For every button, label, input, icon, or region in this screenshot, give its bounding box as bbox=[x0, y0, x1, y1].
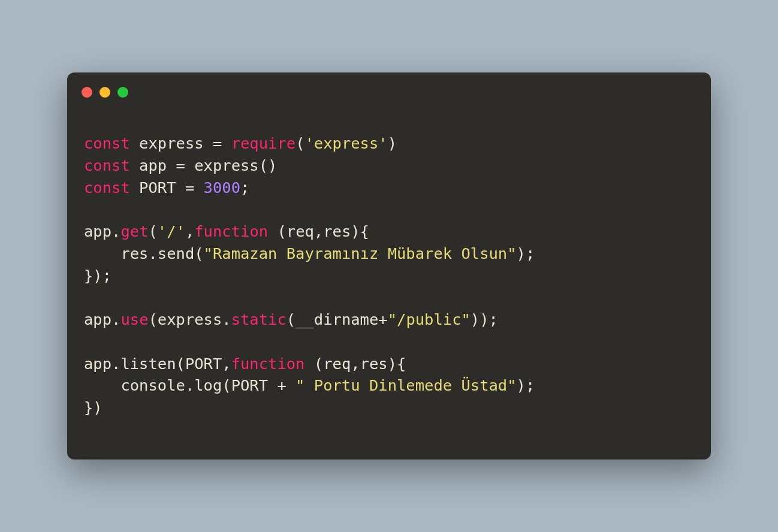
string-literal: 'express' bbox=[304, 134, 387, 152]
window-titlebar bbox=[67, 72, 711, 98]
code-text: (express. bbox=[148, 310, 231, 328]
keyword-const: const bbox=[84, 156, 130, 174]
function-require: require bbox=[222, 134, 295, 152]
string-literal: "/public" bbox=[388, 310, 471, 328]
code-text: = bbox=[213, 134, 222, 152]
method-use: use bbox=[120, 310, 148, 328]
code-text: express bbox=[130, 134, 213, 152]
string-literal: " Portu Dinlemede Üstad" bbox=[295, 376, 516, 394]
code-text: (req,res){ bbox=[268, 222, 369, 240]
code-text: ); bbox=[517, 376, 535, 394]
code-text: ( bbox=[148, 222, 157, 240]
code-text: ( bbox=[295, 134, 304, 152]
string-literal: "Ramazan Bayramınız Mübarek Olsun" bbox=[204, 244, 517, 262]
code-text: , bbox=[185, 222, 194, 240]
code-text bbox=[194, 179, 203, 197]
code-text: app. bbox=[84, 310, 120, 328]
maximize-icon[interactable] bbox=[117, 87, 128, 98]
keyword-function: function bbox=[231, 355, 305, 373]
code-text: (req,res){ bbox=[304, 355, 406, 373]
method-get: get bbox=[120, 222, 148, 240]
close-icon[interactable] bbox=[82, 87, 92, 98]
string-literal: '/' bbox=[158, 222, 185, 240]
code-window: const express = require('express') const… bbox=[67, 72, 711, 459]
code-text: app. bbox=[84, 222, 120, 240]
code-text: app.listen(PORT, bbox=[84, 355, 231, 373]
code-text: (__dirname+ bbox=[287, 310, 388, 328]
code-text: }) bbox=[84, 398, 102, 416]
code-text: app = express() bbox=[130, 156, 278, 174]
code-text: PORT bbox=[130, 179, 185, 197]
keyword-const: const bbox=[84, 134, 130, 152]
code-text: ; bbox=[240, 179, 249, 197]
number-literal: 3000 bbox=[204, 179, 240, 197]
code-block: const express = require('express') const… bbox=[67, 98, 711, 418]
method-static: static bbox=[231, 310, 287, 328]
code-text: res.send( bbox=[84, 244, 204, 262]
code-text: }); bbox=[84, 267, 111, 285]
code-text: ); bbox=[517, 244, 535, 262]
code-text: console.log(PORT + bbox=[84, 376, 295, 394]
code-text: = bbox=[185, 179, 194, 197]
code-text: ) bbox=[388, 134, 397, 152]
keyword-function: function bbox=[194, 222, 268, 240]
minimize-icon[interactable] bbox=[99, 87, 110, 98]
keyword-const: const bbox=[84, 179, 130, 197]
code-text: )); bbox=[471, 310, 498, 328]
